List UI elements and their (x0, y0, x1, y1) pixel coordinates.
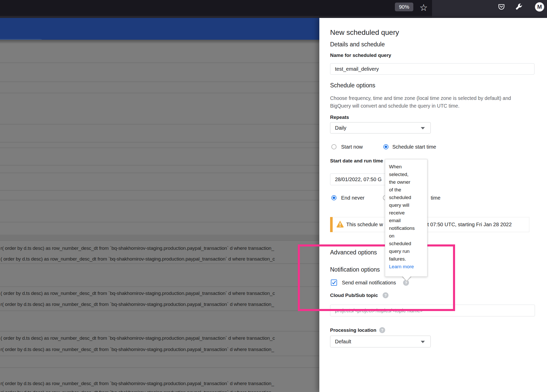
name-input[interactable] (330, 63, 534, 75)
bookmark-star-icon[interactable]: ☆ (419, 2, 428, 14)
start-now-radio[interactable] (331, 144, 336, 149)
row-separator (0, 93, 319, 93)
section-details-heading: Details and schedule (330, 41, 385, 48)
tooltip-text: When selected, the owner of the schedule… (389, 164, 415, 262)
processing-location-help-icon[interactable]: ? (379, 327, 385, 333)
row-separator (0, 222, 319, 222)
sql-line: ( order by d.ts desc) as row_number_desc… (1, 335, 319, 341)
schedule-start-time-radio[interactable] (383, 144, 388, 149)
sql-line: ( order by d.ts desc) as row_number_desc… (1, 291, 319, 296)
row-separator (0, 263, 319, 264)
caret-down-icon (421, 127, 425, 129)
row-separator (0, 173, 319, 173)
tooltip-pointer-fill (403, 276, 411, 281)
processing-location-value: Default (335, 339, 351, 345)
sql-line: r( order by d.ts desc) as row_number_des… (1, 302, 319, 307)
row-separator (0, 286, 319, 287)
sql-line: r( order by d.ts desc) as row_number_des… (1, 390, 319, 392)
row-separator (0, 124, 319, 125)
start-date-label: Start date and run time (330, 158, 383, 164)
schedule-description: Choose frequency, time and time zone (lo… (330, 94, 511, 110)
send-email-checkbox[interactable] (331, 280, 337, 286)
screen: 90% ☆ M (0, 0, 547, 392)
repeats-value: Daily (335, 125, 346, 131)
repeats-label: Repeats (330, 115, 349, 120)
processing-location-select[interactable]: Default (330, 336, 431, 347)
sql-line: ( order by d.ts desc) as row_number_desc… (1, 256, 319, 262)
row-separator (0, 367, 319, 368)
learn-more-link[interactable]: Learn more (389, 263, 425, 271)
warning-text-right: t 07:50 UTC, starting Fri Jan 28 2022 (427, 222, 512, 228)
schedule-options-heading: Schedule options (330, 82, 375, 89)
sql-line: r( order by d.ts desc) as row_number_des… (1, 245, 319, 251)
start-now-label[interactable]: Start now (341, 144, 363, 150)
sql-line: r( order by d.ts desc) as row_number_des… (1, 381, 319, 386)
row-separator (0, 311, 319, 311)
pocket-icon[interactable] (498, 3, 505, 12)
schedule-start-time-label[interactable]: Schedule start time (392, 144, 436, 150)
row-separator (0, 81, 319, 82)
browser-toolbar: 90% ☆ M (0, 0, 547, 18)
warning-text-left: This schedule w (346, 222, 383, 228)
row-separator (0, 240, 319, 241)
caret-down-icon (421, 341, 425, 343)
notification-options-heading: Notification options (330, 266, 380, 273)
warning-icon (336, 220, 344, 229)
processing-location-label: Processing location (330, 327, 376, 333)
pubsub-label: Cloud Pub/Sub topic (330, 293, 378, 298)
end-never-label[interactable]: End never (341, 195, 364, 201)
end-time-label-fragment[interactable]: time (431, 195, 440, 201)
repeats-select[interactable]: Daily (330, 122, 431, 133)
account-avatar[interactable]: M (535, 2, 544, 12)
row-shade-band (0, 235, 319, 240)
row-separator (0, 200, 319, 200)
panel-title: New scheduled query (330, 28, 399, 37)
send-email-label[interactable]: Send email notifications (342, 280, 396, 286)
wrench-icon[interactable] (515, 3, 523, 12)
toolbar-divider (0, 16, 432, 18)
row-separator (0, 148, 319, 148)
app-header-bar (0, 18, 319, 40)
pubsub-help-icon[interactable]: ? (383, 292, 388, 298)
sql-line: r( order by d.ts desc) as row_number_des… (1, 347, 319, 352)
row-separator (0, 165, 319, 166)
warning-accent-bar (330, 217, 333, 232)
query-editor-overlay: r( order by d.ts desc) as row_number_des… (0, 40, 319, 392)
pubsub-topic-input[interactable] (330, 305, 535, 316)
page-zoom-badge[interactable]: 90% (395, 3, 413, 11)
name-label: Name for scheduled query (330, 53, 391, 58)
row-separator (0, 63, 319, 63)
header-shadow (0, 40, 319, 44)
row-separator (0, 142, 319, 142)
row-separator (0, 331, 319, 332)
end-never-radio[interactable] (331, 195, 336, 200)
email-notifications-tooltip: When selected, the owner of the schedule… (385, 159, 427, 277)
browser-toolbar-right (432, 0, 547, 18)
advanced-options-heading[interactable]: Advanced options (330, 249, 377, 256)
row-separator (0, 190, 319, 191)
row-separator (0, 356, 319, 356)
